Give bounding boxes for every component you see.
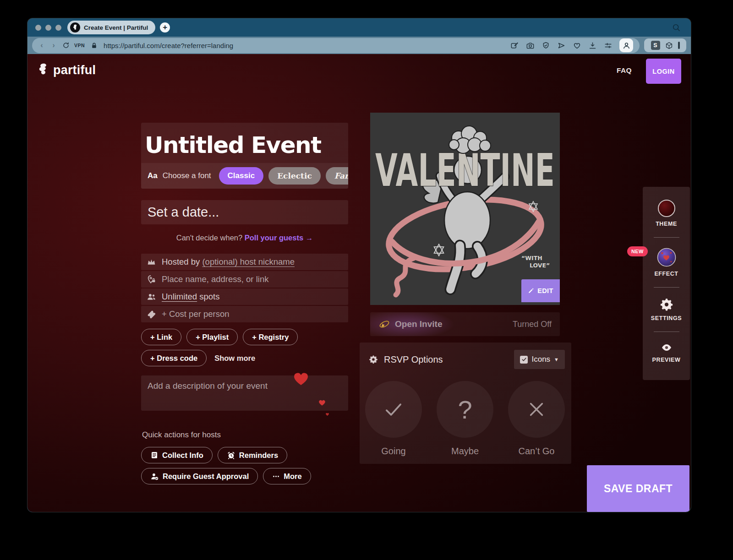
browser-tab[interactable]: Create Event | Partiful [67, 21, 155, 34]
form-icon [150, 451, 159, 459]
address-bar[interactable]: ‹ › VPN https://partiful.com/create?refe… [32, 38, 640, 53]
profile-icon[interactable] [619, 38, 633, 52]
rsvp-header: RSVP Options Icons ▼ [360, 343, 571, 369]
partiful-favicon [70, 22, 80, 33]
vpn-badge[interactable]: VPN [74, 43, 85, 48]
open-invite-status: Turned Off [513, 320, 552, 329]
theme-button[interactable]: THEME [643, 200, 690, 227]
crown-icon [147, 257, 156, 267]
require-guest-approval-label: Require Guest Approval [163, 472, 249, 481]
checkbox-icon [520, 356, 528, 364]
edit-cover-button[interactable]: EDIT [521, 279, 560, 302]
poll-your-guests-link[interactable]: Poll your guests → [245, 234, 313, 242]
preview-button[interactable]: PREVIEW [643, 342, 690, 363]
font-option-fancy[interactable]: Fancy [326, 167, 348, 185]
new-tab-button[interactable]: + [160, 22, 170, 33]
event-title-card: Aa Choose a font Classic Eclectic Fancy … [141, 123, 348, 189]
addon-buttons-row-1: + Link + Playlist + Registry [141, 329, 348, 345]
font-option-classic[interactable]: Classic [219, 167, 264, 185]
more-label: More [284, 472, 301, 481]
url-text[interactable]: https://partiful.com/create?referrer=lan… [104, 42, 505, 49]
date-input[interactable] [141, 200, 348, 224]
add-playlist-button[interactable]: + Playlist [186, 329, 238, 345]
spots-field[interactable]: Unlimited spots [141, 288, 348, 305]
cant-go-label: Can’t Go [519, 446, 555, 457]
shield-check-icon[interactable] [542, 41, 550, 50]
reload-button[interactable] [62, 42, 69, 49]
search-icon[interactable] [672, 23, 681, 32]
close-window-button[interactable] [35, 25, 41, 31]
cross-icon [508, 381, 565, 438]
poll-hint-text: Can't decide when? [176, 234, 242, 242]
reminders-label: Reminders [239, 451, 278, 460]
event-cover-art: VALENTINE “WITH LOVE” EDIT [370, 113, 560, 305]
collect-info-label: Collect Info [162, 451, 203, 460]
comet-icon [378, 318, 390, 330]
quick-actions-row-2: Require Guest Approval More [141, 468, 348, 484]
quick-actions-label: Quick actions for hosts [142, 430, 221, 440]
event-detail-fields: Hosted by (optional) host nickname Place… [141, 254, 348, 323]
location-field[interactable]: Place name, address, or link [141, 271, 348, 288]
rsvp-choices: Going ? Maybe Can’t Go [365, 381, 565, 457]
rsvp-option-going[interactable]: Going [365, 381, 422, 457]
require-guest-approval-button[interactable]: Require Guest Approval [141, 468, 258, 484]
send-icon[interactable] [557, 41, 566, 50]
valentine-artwork: VALENTINE “WITH LOVE” [370, 113, 560, 305]
faq-link[interactable]: FAQ [617, 66, 632, 75]
login-button[interactable]: LOGIN [646, 59, 681, 84]
chevron-down-icon: ▼ [554, 357, 559, 362]
addon-buttons-row-2: + Dress code Show more [141, 350, 348, 366]
theme-label: THEME [656, 221, 677, 227]
add-dress-code-button[interactable]: + Dress code [141, 350, 207, 366]
package-icon[interactable] [665, 41, 673, 50]
browser-action-icons [510, 38, 633, 52]
font-option-eclectic[interactable]: Eclectic [268, 167, 321, 185]
minimize-window-button[interactable] [45, 25, 51, 31]
event-title-input[interactable] [141, 123, 348, 163]
compose-icon[interactable] [510, 41, 519, 50]
back-button[interactable]: ‹ [38, 41, 45, 50]
person-check-icon [150, 472, 159, 481]
show-more-link[interactable]: Show more [214, 354, 255, 363]
settings-button[interactable]: SETTINGS [643, 298, 690, 321]
host-nickname-link[interactable]: (optional) host nickname [202, 257, 295, 266]
save-draft-button[interactable]: SAVE DRAFT [587, 465, 689, 512]
ellipsis-icon [272, 473, 280, 480]
rsvp-option-maybe[interactable]: ? Maybe [437, 381, 493, 457]
add-link-button[interactable]: + Link [141, 329, 181, 345]
maximize-window-button[interactable] [55, 25, 61, 31]
browser-url-bar: ‹ › VPN https://partiful.com/create?refe… [27, 37, 691, 54]
description-textarea[interactable] [141, 375, 348, 411]
reminders-button[interactable]: Reminders [218, 447, 287, 463]
rsvp-title: RSVP Options [384, 354, 443, 365]
effect-button[interactable]: NEW EFFECT [643, 248, 690, 277]
preview-label: PREVIEW [652, 357, 681, 363]
partiful-logo[interactable]: partiful [38, 63, 96, 77]
heart-icon[interactable] [573, 41, 581, 50]
camera-icon[interactable] [526, 41, 535, 50]
add-registry-button[interactable]: + Registry [243, 329, 298, 345]
browser-window: Create Event | Partiful + ‹ › VPN https:… [27, 18, 691, 512]
caption-line-2: LOVE” [530, 262, 550, 269]
download-icon[interactable] [588, 41, 597, 50]
extension-s-badge[interactable]: S [651, 41, 660, 50]
sidebar-toggle-icon[interactable] [678, 42, 680, 49]
spots-text: spots [197, 292, 219, 301]
brand-name: partiful [53, 63, 96, 77]
forward-button[interactable]: › [50, 41, 57, 50]
eye-icon [660, 342, 673, 353]
description-box [141, 375, 348, 411]
collect-info-button[interactable]: Collect Info [141, 447, 213, 463]
effect-label: EFFECT [654, 271, 678, 277]
effect-hearts-icon [657, 248, 676, 267]
rsvp-style-dropdown[interactable]: Icons ▼ [514, 350, 565, 369]
location-lock-icon [147, 275, 156, 284]
more-button[interactable]: More [263, 468, 311, 484]
cost-field[interactable]: + Cost per person [141, 306, 348, 322]
sliders-icon[interactable] [604, 41, 613, 50]
unlimited-link[interactable]: Unlimited [162, 292, 197, 301]
hosted-by-field[interactable]: Hosted by (optional) host nickname [141, 254, 348, 270]
hosted-by-text: Hosted by [162, 257, 202, 266]
open-invite-row[interactable]: Open Invite Turned Off [370, 312, 560, 336]
rsvp-option-cant-go[interactable]: Can’t Go [508, 381, 565, 457]
